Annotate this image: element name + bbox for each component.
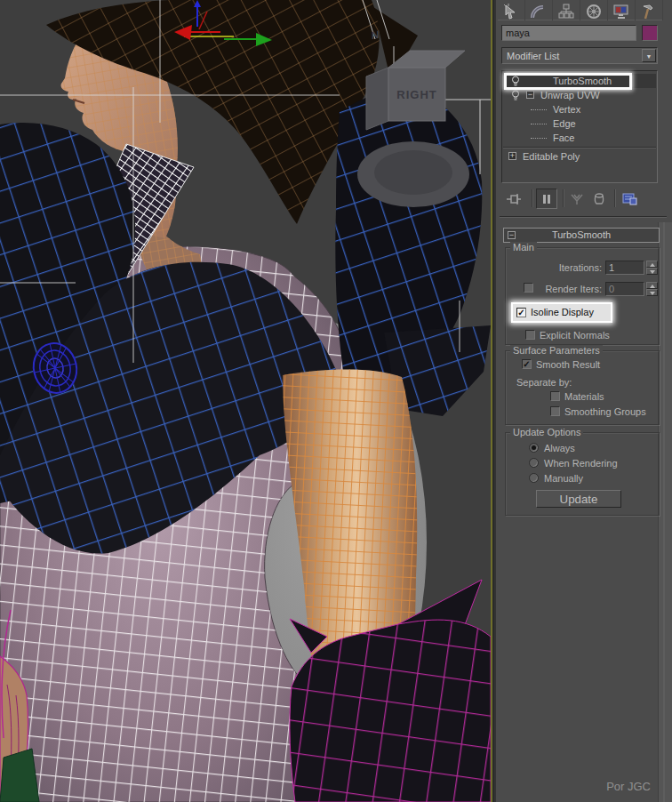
explicit-normals-checkbox[interactable] xyxy=(525,330,535,340)
tree-line xyxy=(531,138,547,139)
rollout-collapse-icon[interactable]: − xyxy=(508,231,516,239)
tree-line xyxy=(531,124,547,124)
group-legend: Update Options xyxy=(510,427,583,437)
separate-by-label: Separate by: xyxy=(516,377,572,388)
render-iters-field[interactable]: 0 xyxy=(605,282,644,296)
create-arrow-icon xyxy=(503,4,519,20)
group-legend: Main xyxy=(510,242,537,253)
collapse-box-icon[interactable]: − xyxy=(526,91,534,99)
remove-modifier-button[interactable] xyxy=(588,188,610,209)
group-legend: Surface Parameters xyxy=(510,345,603,356)
show-end-result-button[interactable] xyxy=(536,188,557,209)
configure-sets-icon xyxy=(622,192,637,205)
make-unique-icon xyxy=(570,193,584,205)
isoline-display-label: Isoline Display xyxy=(531,307,594,317)
manually-label: Manually xyxy=(544,473,583,484)
modifier-list-label: Modifier List xyxy=(507,51,559,61)
stack-item-unwrap-uvw[interactable]: − Unwrap UVW xyxy=(503,88,656,102)
tutorial-highlight-isoline: ✓ Isoline Display xyxy=(511,302,612,323)
materials-checkbox[interactable] xyxy=(550,391,560,401)
isoline-display-checkbox[interactable]: ✓ xyxy=(516,308,526,317)
when-rendering-radio[interactable] xyxy=(529,458,539,468)
group-surface-parameters: Surface Parameters ✓ Smooth Result Separ… xyxy=(505,350,660,425)
iterations-spinner[interactable] xyxy=(646,261,658,275)
hierarchy-boxes-icon xyxy=(558,4,574,20)
stack-subitem-vertex[interactable]: Vertex xyxy=(503,102,656,116)
pin-icon xyxy=(506,193,522,205)
object-name-field[interactable] xyxy=(501,25,636,41)
smooth-result-label: Smooth Result xyxy=(536,359,600,370)
manually-radio[interactable] xyxy=(529,473,539,483)
tab-modify[interactable] xyxy=(525,0,553,20)
command-panel: Modifier List ▼ TurboSmooth − Unwrap UVW… xyxy=(496,0,672,802)
command-panel-tabs xyxy=(498,0,663,20)
display-monitor-icon xyxy=(613,4,629,20)
rollout-header-turbosmooth[interactable]: − TurboSmooth xyxy=(503,228,660,243)
show-end-result-icon xyxy=(541,193,552,205)
modifier-stack: TurboSmooth − Unwrap UVW Vertex Edge Fac… xyxy=(501,70,658,183)
configure-modifier-sets-button[interactable] xyxy=(619,188,640,209)
stack-item-label[interactable]: Face xyxy=(553,131,574,145)
toolbar-separator xyxy=(532,189,533,207)
object-color-swatch[interactable] xyxy=(642,25,658,41)
tab-create[interactable] xyxy=(498,0,525,20)
smoothing-groups-checkbox[interactable] xyxy=(550,406,560,416)
watermark-text: Por JGC xyxy=(606,780,651,793)
tab-utilities[interactable] xyxy=(636,0,663,20)
when-rendering-label: When Rendering xyxy=(544,458,618,469)
iterations-label: Iterations: xyxy=(506,262,602,273)
tab-display[interactable] xyxy=(608,0,636,20)
panel-divider xyxy=(500,216,667,218)
application-window: RIGHT N xyxy=(0,0,672,802)
render-iters-label: Render Iters: xyxy=(536,284,602,294)
modify-arc-icon xyxy=(531,4,547,20)
shoulder-armor-right xyxy=(335,89,491,416)
active-viewport-border xyxy=(491,0,494,802)
rollout-scroll-strip[interactable] xyxy=(658,222,672,802)
tab-hierarchy[interactable] xyxy=(553,0,580,20)
render-iters-checkbox[interactable] xyxy=(524,283,533,293)
motion-wheel-icon xyxy=(586,4,602,20)
toolbar-separator xyxy=(614,189,616,207)
smoothing-groups-label: Smoothing Groups xyxy=(564,406,646,417)
rollout-title: TurboSmooth xyxy=(552,229,611,240)
always-label: Always xyxy=(544,443,575,453)
iterations-field[interactable]: 1 xyxy=(605,261,644,275)
always-radio[interactable] xyxy=(529,443,539,453)
group-main: Main Iterations: 1 Render Iters: 0 ✓ Iso… xyxy=(505,247,660,345)
trash-icon xyxy=(593,192,605,205)
dropdown-arrow-icon[interactable]: ▼ xyxy=(642,49,656,62)
modifier-list-dropdown[interactable]: Modifier List ▼ xyxy=(501,47,658,64)
smooth-result-checkbox[interactable]: ✓ xyxy=(522,359,532,369)
stack-item-label[interactable]: Vertex xyxy=(553,102,580,116)
stack-toolbar xyxy=(496,188,672,211)
stack-subitem-face[interactable]: Face xyxy=(503,131,656,145)
modifier-on-bulb-icon[interactable] xyxy=(510,90,521,101)
expand-box-icon[interactable]: + xyxy=(508,152,516,160)
stack-divider xyxy=(503,147,656,148)
utilities-hammer-icon xyxy=(641,4,657,20)
stack-item-label[interactable]: Edge xyxy=(553,116,576,131)
stack-item-label[interactable]: Unwrap UVW xyxy=(540,88,600,102)
render-iters-spinner[interactable] xyxy=(646,282,658,296)
viewcube-face-label[interactable]: RIGHT xyxy=(396,88,436,101)
viewport-3d[interactable]: RIGHT N xyxy=(0,0,491,802)
tree-line xyxy=(531,109,547,110)
update-button[interactable]: Update xyxy=(536,490,621,508)
stack-subitem-edge[interactable]: Edge xyxy=(503,116,656,131)
viewport-scene: RIGHT N xyxy=(0,0,491,802)
explicit-normals-label: Explicit Normals xyxy=(540,330,610,341)
stack-item-label[interactable]: Editable Poly xyxy=(523,149,580,164)
make-unique-button[interactable] xyxy=(566,188,588,209)
toolbar-separator xyxy=(563,189,564,207)
tab-motion[interactable] xyxy=(580,0,608,20)
stack-item-editable-poly[interactable]: + Editable Poly xyxy=(503,149,656,164)
group-update-options: Update Options Always When Rendering Man… xyxy=(505,432,660,516)
pin-stack-button[interactable] xyxy=(503,188,524,209)
green-patch xyxy=(0,749,39,802)
viewcube-side-label: N xyxy=(372,28,380,42)
materials-label: Materials xyxy=(564,391,604,402)
